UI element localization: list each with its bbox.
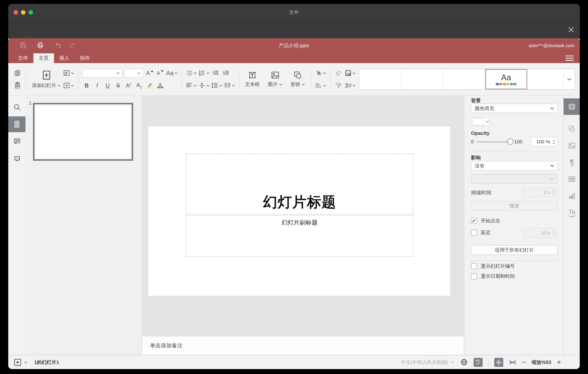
table-settings-icon[interactable]	[564, 171, 580, 187]
notes-placeholder-text: 单击添加备注	[150, 342, 182, 349]
slide-settings-icon[interactable]	[564, 99, 580, 115]
add-slide-button[interactable]: 添加幻灯片	[30, 63, 63, 95]
image-settings-icon[interactable]	[564, 137, 580, 154]
font-color-button[interactable]: A	[156, 80, 165, 90]
background-fill-select[interactable]: 颜色填充	[471, 104, 558, 113]
copy-button[interactable]	[13, 68, 22, 78]
columns-button[interactable]	[224, 80, 235, 90]
tab-file[interactable]: 文件	[13, 53, 33, 63]
comments-icon[interactable]	[8, 133, 25, 149]
insert-shape-button[interactable]: 形状	[288, 71, 307, 88]
vertical-align-button[interactable]	[198, 80, 209, 90]
status-left: 1的幻灯片1	[13, 358, 59, 366]
theme-item[interactable]	[359, 69, 401, 89]
slideshow-options-chevron-icon[interactable]	[24, 361, 27, 363]
document-title: 产品介绍.pptx	[8, 38, 580, 53]
delay-label: 延迟	[481, 230, 491, 236]
decrease-indent-button[interactable]	[211, 68, 220, 78]
increase-font-button[interactable]: A	[145, 68, 154, 78]
spell-check-icon[interactable]: ABC	[474, 358, 483, 367]
textart-settings-icon[interactable]: Ta	[564, 204, 580, 221]
tab-collaboration[interactable]: 协作	[75, 53, 95, 63]
slide-size-button[interactable]	[345, 80, 356, 90]
effect-type-select	[471, 174, 558, 184]
opacity-spinner[interactable]: 100 %	[531, 137, 558, 146]
svg-text:ABC: ABC	[475, 359, 480, 362]
color-scheme-button[interactable]	[345, 68, 356, 78]
title-placeholder[interactable]: 幻灯片标题	[186, 154, 413, 215]
fit-to-width-icon[interactable]	[509, 358, 516, 366]
italic-button[interactable]: I	[93, 80, 102, 90]
superscript-button[interactable]: A2	[124, 80, 133, 90]
delay-checkbox[interactable]	[471, 230, 477, 236]
dark-header-strip	[8, 21, 580, 39]
start-on-click-checkbox[interactable]: ✓	[471, 218, 477, 224]
apply-to-all-slides-button[interactable]: 适用于所有幻灯片	[471, 245, 558, 255]
show-date-time-checkbox[interactable]	[471, 273, 477, 279]
background-color-swatch[interactable]	[471, 117, 490, 126]
close-traffic-icon[interactable]	[13, 10, 18, 14]
zoom-in-button[interactable]: +	[557, 359, 561, 366]
bold-button[interactable]: B	[82, 80, 91, 90]
theme-item[interactable]	[443, 69, 485, 89]
paragraph-settings-icon[interactable]: ¶	[564, 154, 580, 170]
fit-to-slide-icon[interactable]	[494, 358, 503, 367]
slide-thumbnail[interactable]	[33, 103, 133, 161]
opacity-slider[interactable]	[477, 141, 508, 143]
theme-color-swatches	[496, 83, 516, 85]
chart-settings-icon[interactable]	[564, 188, 580, 204]
paste-button[interactable]	[13, 80, 22, 90]
eraser-button[interactable]	[334, 68, 343, 78]
slides-panel-icon[interactable]	[8, 116, 25, 132]
zoom-out-button[interactable]: −	[522, 359, 526, 366]
theme-gallery-expand-button[interactable]	[564, 69, 575, 89]
change-case-button[interactable]: Aa	[166, 68, 178, 78]
close-icon[interactable]	[567, 25, 575, 34]
set-language-globe-icon[interactable]	[460, 358, 468, 366]
traffic-lights	[13, 10, 33, 14]
align-shapes-button[interactable]	[315, 80, 326, 90]
increase-indent-button[interactable]	[221, 68, 230, 78]
minimize-traffic-icon[interactable]	[21, 10, 25, 14]
zoom-traffic-icon[interactable]	[29, 10, 33, 14]
slide-thumbnail-number: 1	[29, 100, 32, 106]
arrange-group	[315, 63, 326, 95]
theme-item[interactable]	[527, 69, 564, 89]
chat-icon[interactable]	[8, 150, 25, 166]
language-selector[interactable]: 中文(中华人民共和国)	[401, 359, 454, 365]
arrange-shapes-button[interactable]	[315, 68, 326, 78]
image-label: 图片	[268, 81, 278, 88]
effect-select[interactable]: 没有	[471, 161, 558, 170]
search-icon[interactable]	[8, 99, 25, 115]
subtitle-placeholder[interactable]: 幻灯片副标题	[186, 215, 413, 257]
strikethrough-button[interactable]: S	[114, 80, 123, 90]
insert-image-button[interactable]: 图片	[266, 71, 284, 88]
bullet-list-button[interactable]	[185, 68, 197, 78]
decrease-font-button[interactable]: A	[156, 68, 165, 78]
start-slideshow-button[interactable]	[63, 80, 74, 90]
start-slideshow-status-button[interactable]	[13, 358, 22, 366]
menu-icon[interactable]	[566, 55, 574, 62]
slide-editor[interactable]: 幻灯片标题 幻灯片副标题	[148, 126, 451, 296]
theme-item[interactable]	[401, 69, 443, 89]
font-size-combo[interactable]	[124, 68, 144, 77]
theme-item-selected[interactable]: Aa	[485, 69, 527, 89]
tab-insert[interactable]: 插入	[54, 53, 75, 63]
opacity-slider-row: 0 100 100 %	[471, 137, 558, 146]
copy-style-button[interactable]	[334, 80, 343, 90]
preview-button[interactable]: 预览	[471, 201, 558, 211]
highlight-color-button[interactable]	[145, 80, 154, 90]
shape-settings-icon[interactable]	[564, 121, 580, 137]
horizontal-align-button[interactable]	[185, 80, 197, 90]
show-slide-number-checkbox[interactable]	[471, 263, 477, 269]
slide-layout-button[interactable]	[63, 68, 74, 78]
line-spacing-button[interactable]	[211, 80, 222, 90]
tab-home[interactable]: 主页	[33, 53, 54, 63]
notes-area[interactable]: 单击添加备注	[142, 336, 464, 355]
textbox-button[interactable]: 文本框	[243, 71, 262, 88]
subscript-button[interactable]: A2	[135, 80, 144, 90]
underline-button[interactable]: U	[103, 80, 112, 90]
opacity-slider-thumb[interactable]	[507, 138, 513, 144]
font-name-combo[interactable]	[82, 68, 123, 77]
numbered-list-button[interactable]	[198, 68, 209, 78]
